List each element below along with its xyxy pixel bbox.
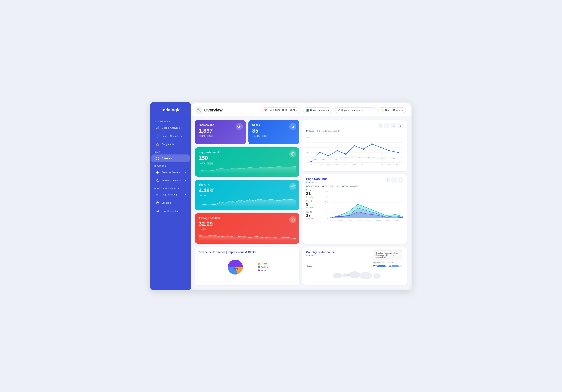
chart-expand-btn[interactable]: ⤢ — [391, 123, 396, 128]
impressions-value: 1,897 — [199, 128, 242, 134]
table-row: Spain 677 53 — [306, 264, 403, 268]
country-name: Spain — [306, 264, 372, 268]
keywords-pct: -20.2% — [199, 162, 205, 164]
clicks-label: Clicks — [252, 123, 296, 126]
rank-top10: Top 10 9 ↑ 28.6% — [306, 200, 321, 209]
svg-rect-1 — [157, 127, 158, 129]
svg-rect-0 — [156, 128, 157, 129]
sidebar-item-google-ads[interactable]: Google Ads — [152, 140, 190, 148]
page-rankings-icon — [155, 192, 160, 197]
country-view-details[interactable]: View details — [306, 254, 335, 256]
rankings-title-group: Page Rankings View details — [306, 177, 328, 185]
keywords-sub: -20.2% ↓ -38 — [199, 162, 296, 165]
keyword-analysis-icon — [155, 179, 160, 183]
chart-more-btn[interactable]: ⋮ — [398, 123, 403, 128]
country-table: Impressions Clicks Spain 677 — [306, 261, 403, 268]
date-range-filter[interactable]: 📅 Oct 1, 2024 - Oct 31, 2024 ▾ — [261, 107, 300, 113]
impressions-label: Impressions — [199, 123, 242, 126]
sidebar-item-location[interactable]: Location — [152, 199, 190, 207]
chart-down-btn[interactable]: ↓ — [384, 123, 390, 128]
svg-point-47 — [389, 150, 390, 151]
legend-top20: Top 20 (#11-20) — [322, 185, 339, 187]
sidebar-item-growth-timeline[interactable]: Growth Timeline — [152, 207, 190, 215]
svg-point-43 — [354, 145, 355, 146]
svg-text:Oct 13: Oct 13 — [344, 164, 348, 165]
home-label: Home — [150, 151, 191, 154]
sidebar-item-keyword-analysis[interactable]: Keyword Analysis ▾ — [152, 177, 190, 185]
avg-pos-pct: ↓ -8.6% — [199, 228, 206, 230]
svg-text:Oct 1: Oct 1 — [310, 164, 313, 165]
impressions-bar-cell: 677 — [372, 264, 387, 268]
rankings-up-btn[interactable]: ↑ — [385, 177, 390, 182]
brand-generic-label: Brand / Generic — [385, 109, 401, 112]
keywords-icon — [289, 150, 296, 157]
sidebar-item-search-console[interactable]: Search Console — [152, 132, 190, 140]
svg-text:Oct 17: Oct 17 — [367, 219, 371, 221]
country-col-impressions: Impressions — [372, 261, 387, 264]
impressions-sub: -13.2% -288 — [199, 135, 242, 137]
device-icon: 💻 — [306, 109, 309, 112]
svg-rect-19 — [158, 210, 159, 212]
sidebar-search-console-label: Search Console — [162, 135, 179, 137]
keyword-search-filter[interactable]: 🏷 Keyword Search search co... ▾ — [335, 107, 375, 113]
svg-text:Oct 4: Oct 4 — [319, 164, 322, 165]
rankings-down-btn[interactable]: ↓ — [391, 177, 397, 182]
svg-rect-7 — [156, 159, 157, 160]
ctr-pct: ↑ 44.0% — [199, 194, 206, 197]
rankings-view-details[interactable]: View details — [306, 181, 328, 183]
svg-text:2.5: 2.5 — [326, 213, 328, 214]
svg-rect-8 — [158, 159, 159, 160]
svg-text:Oct 10: Oct 10 — [336, 164, 340, 165]
main-content: 🔧 Overview 📅 Oct 1, 2024 - Oct 31, 2024 … — [191, 103, 410, 289]
sidebar-item-brand-vs-generic[interactable]: Brand vs Generic ▾ — [152, 168, 190, 176]
impressions-pct: -13.2% — [199, 135, 205, 137]
avg-pos-sub: ↓ -8.6% — [199, 228, 296, 230]
keywords-value: 150 — [199, 155, 296, 161]
keywords-label: Keywords count — [199, 151, 296, 154]
clicks-card: Clicks 85 ↑ 25.0% ↑ 17 — [248, 120, 299, 144]
ga4-icon — [155, 126, 160, 130]
svg-point-39 — [319, 152, 320, 153]
keyword-search-label: Keyword Search search co... — [341, 109, 370, 112]
svg-point-40 — [328, 155, 329, 156]
sidebar-overview-label: Overview — [162, 157, 172, 160]
svg-point-87 — [347, 274, 350, 276]
calendar-icon: 📅 — [264, 109, 267, 112]
avg-pos-icon — [289, 216, 296, 223]
chevron-down-icon: ▾ — [185, 171, 186, 173]
chart-legend: Clicks Clicks (previous month) — [306, 130, 403, 132]
ctr-label: Site CTR — [199, 183, 296, 186]
device-category-filter[interactable]: 💻 Device Category ▾ — [303, 107, 332, 113]
rankings-more-btn[interactable]: ⋮ — [398, 177, 403, 182]
avg-pos-sparkline — [199, 232, 296, 241]
svg-rect-13 — [156, 194, 159, 194]
svg-text:Oct 9: Oct 9 — [349, 219, 352, 221]
growth-timeline-icon — [155, 209, 160, 213]
overview-icon — [155, 156, 160, 161]
clicks-sub: ↑ 25.0% ↑ 17 — [252, 135, 296, 137]
chart-up-btn[interactable]: ↑ — [378, 123, 383, 128]
rankings-legend: Top 3 (#1-3) Top 20 (#11-20) Top 10 (#4-… — [306, 185, 403, 187]
header-title-group: 🔧 Overview — [196, 107, 222, 113]
chevron-down-icon: ▾ — [402, 109, 403, 112]
svg-text:Oct 25: Oct 25 — [386, 219, 390, 221]
svg-text:5: 5 — [327, 207, 328, 209]
ctr-value: 4.48% — [199, 188, 296, 193]
sidebar-item-ga4[interactable]: Google Analytics 4 — [152, 124, 190, 132]
bolt-icon: ⚡ — [381, 109, 384, 112]
search-console-icon — [155, 134, 160, 138]
svg-point-38 — [310, 161, 312, 162]
rankings-card: Page Rankings View details ↑ ↓ ⋮ Top 3 (… — [302, 174, 407, 244]
device-category-label: Device Category — [310, 109, 327, 112]
svg-point-42 — [345, 153, 347, 155]
sidebar-item-page-rankings[interactable]: Page Rankings ▾ — [152, 191, 190, 199]
svg-point-84 — [349, 271, 360, 278]
clicks-abs: ↑ 17 — [261, 135, 267, 137]
country-col-clicks: Clicks — [388, 261, 403, 264]
rankings-chart-svg: Query 12.5 10 7. — [324, 189, 403, 221]
sidebar-item-overview[interactable]: Overview — [152, 155, 190, 162]
brand-generic-filter[interactable]: ⚡ Brand / Generic ▾ — [378, 107, 406, 113]
svg-text:Oct 31: Oct 31 — [396, 164, 400, 165]
keywords-label: Keywords — [150, 165, 191, 168]
country-title: Country performance — [306, 250, 335, 254]
